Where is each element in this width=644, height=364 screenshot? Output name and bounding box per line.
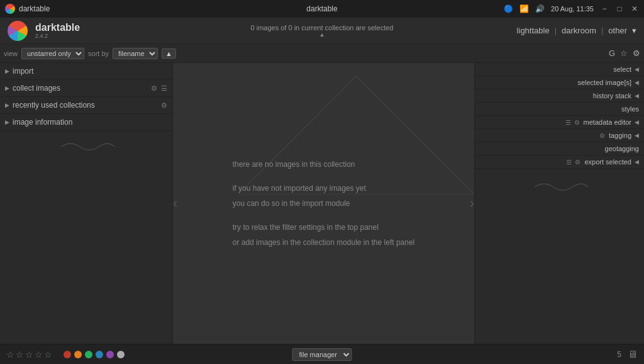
msg-line5: try to relax the filter settings in the … <box>233 220 415 235</box>
right-panel-geotagging[interactable]: geotagging <box>475 142 644 156</box>
sep1: | <box>555 26 557 35</box>
app-logo: darktable 2.4.2 <box>8 21 80 41</box>
top-modules: lighttable | darkroom | other ▾ <box>514 25 636 37</box>
tagging-settings-icon[interactable]: ⚙ <box>599 132 605 139</box>
right-panel-selected-images[interactable]: selected image[s] ◀ <box>475 76 644 89</box>
minimize-button[interactable]: − <box>600 4 609 13</box>
view-mode-select[interactable]: file manager lighttable culling slidesho… <box>292 348 352 361</box>
gear-icon[interactable]: ⚙ <box>633 48 640 58</box>
geotagging-label: geotagging <box>605 145 639 152</box>
color-dot-gray[interactable] <box>117 351 125 358</box>
other-link[interactable]: other <box>606 25 630 37</box>
next-page-arrow[interactable]: › <box>470 195 474 212</box>
recent-settings-icon[interactable]: ⚙ <box>161 101 167 110</box>
bottombar: ☆☆☆☆☆ file manager lighttable culling sl… <box>0 344 644 364</box>
recent-icons: ⚙ <box>161 101 167 110</box>
imginfo-arrow-icon: ▶ <box>5 119 9 125</box>
history-stack-label: history stack <box>593 92 631 100</box>
app-logo-text-group: darktable 2.4.2 <box>35 22 80 40</box>
sortby-select[interactable]: filename date rating <box>113 48 158 59</box>
export-expand-icon[interactable]: ☰ <box>566 159 572 166</box>
no-images-message: there are no images in this collection i… <box>233 157 415 250</box>
metadata-icons: ☰ ⚙ <box>565 119 580 126</box>
titlebar-appname: darktable <box>19 4 50 13</box>
export-arrow-icon: ◀ <box>635 159 639 165</box>
import-arrow-icon: ▶ <box>5 68 9 74</box>
right-panel-export-selected[interactable]: ☰ ⚙ export selected ◀ <box>475 156 644 169</box>
metadata-expand-icon[interactable]: ☰ <box>565 119 571 126</box>
right-panel-metadata-editor[interactable]: ☰ ⚙ metadata editor ◀ <box>475 116 644 129</box>
lighttable-link[interactable]: lighttable <box>514 25 552 37</box>
right-panel-styles[interactable]: styles <box>475 103 644 116</box>
right-sidebar: select ◀ selected image[s] ◀ history sta… <box>474 63 644 344</box>
collect-settings-icon[interactable]: ⚙ <box>151 84 157 93</box>
g-icon[interactable]: G <box>609 48 615 58</box>
prev-page-arrow[interactable]: ‹ <box>173 195 177 212</box>
star-rating[interactable]: ☆☆☆☆☆ <box>6 350 53 360</box>
network-icon: 📶 <box>519 4 529 13</box>
titlebar: darktable darktable 🔵 📶 🔊 20 Aug, 11:35 … <box>0 0 644 18</box>
sidebar-section-collect: ▶ collect images ⚙ ☰ <box>0 80 172 97</box>
tagging-arrow-icon: ◀ <box>635 132 639 139</box>
no-images-text: there are no images in this collection i… <box>233 157 415 250</box>
bottom-center: file manager lighttable culling slidesho… <box>292 348 352 361</box>
app-favicon-icon <box>5 4 15 14</box>
metadata-arrow-icon: ◀ <box>635 119 639 125</box>
sidebar-header-recent[interactable]: ▶ recently used collections ⚙ <box>0 97 172 113</box>
collect-icons: ⚙ ☰ <box>151 84 167 93</box>
right-panel-tagging[interactable]: ⚙ tagging ◀ <box>475 129 644 142</box>
msg-line6: or add images in the collection module i… <box>233 235 415 250</box>
sidebar-section-imginfo: ▶ image information <box>0 114 172 131</box>
color-dot-red[interactable] <box>64 351 71 358</box>
color-dot-purple[interactable] <box>106 351 114 358</box>
toolbar: view unstarred only all starred sort by … <box>0 44 644 63</box>
app-version: 2.4.2 <box>35 33 80 39</box>
close-button[interactable]: ✕ <box>630 4 639 13</box>
right-swirl-decoration <box>475 169 644 205</box>
sidebar-header-imginfo[interactable]: ▶ image information <box>0 114 172 130</box>
right-swirl-svg-icon <box>528 178 591 196</box>
top-status: 0 images of 0 in current collection are … <box>251 24 394 38</box>
recent-arrow-icon: ▶ <box>5 102 9 108</box>
datetime: 20 Aug, 11:35 <box>551 5 594 13</box>
metadata-settings-icon[interactable]: ⚙ <box>574 119 580 126</box>
titlebar-right: 🔵 📶 🔊 20 Aug, 11:35 − □ ✕ <box>504 4 639 13</box>
tagging-icons: ⚙ <box>599 132 605 139</box>
sidebar-header-collect[interactable]: ▶ collect images ⚙ ☰ <box>0 80 172 96</box>
bottom-right: 5 🖥 <box>617 349 638 360</box>
select-label: select <box>613 65 631 73</box>
maximize-button[interactable]: □ <box>615 4 624 13</box>
upload-arrow-icon: ▲ <box>251 31 394 38</box>
right-panel-history-stack[interactable]: history stack ◀ <box>475 89 644 103</box>
color-dot-orange[interactable] <box>74 351 82 358</box>
center-panel: ‹ there are no images in this collection… <box>173 63 474 344</box>
sortby-label: sort by <box>88 50 109 57</box>
darkroom-link[interactable]: darkroom <box>559 25 599 37</box>
styles-label: styles <box>621 105 639 113</box>
sidebar-header-import[interactable]: ▶ import <box>0 63 172 79</box>
monitor-icon[interactable]: 🖥 <box>628 349 638 360</box>
color-dot-green[interactable] <box>85 351 92 358</box>
history-stack-arrow-icon: ◀ <box>635 93 639 99</box>
selected-images-arrow-icon: ◀ <box>635 79 639 86</box>
view-select[interactable]: unstarred only all starred <box>21 48 84 59</box>
collect-label: collect images <box>13 84 151 93</box>
titlebar-title: darktable <box>306 4 337 13</box>
left-sidebar: ▶ import ▶ collect images ⚙ ☰ ▶ recently… <box>0 63 173 344</box>
export-selected-label: export selected <box>584 158 631 166</box>
collect-grid-icon[interactable]: ☰ <box>161 84 167 93</box>
bluetooth-icon: 🔵 <box>504 4 513 13</box>
color-dot-blue[interactable] <box>96 351 103 358</box>
app-logo-icon <box>8 21 28 41</box>
sep2: | <box>601 26 603 35</box>
sidebar-section-recent: ▶ recently used collections ⚙ <box>0 97 172 114</box>
recent-label: recently used collections <box>13 101 161 110</box>
view-label: view <box>4 50 18 57</box>
main-layout: ▶ import ▶ collect images ⚙ ☰ ▶ recently… <box>0 63 644 344</box>
star-icon[interactable]: ☆ <box>620 48 628 58</box>
export-settings-icon[interactable]: ⚙ <box>575 159 580 166</box>
sort-direction-button[interactable]: ▲ <box>162 48 176 59</box>
modules-dropdown[interactable]: ▾ <box>632 26 636 35</box>
import-label: import <box>13 67 167 76</box>
right-panel-select[interactable]: select ◀ <box>475 63 644 76</box>
